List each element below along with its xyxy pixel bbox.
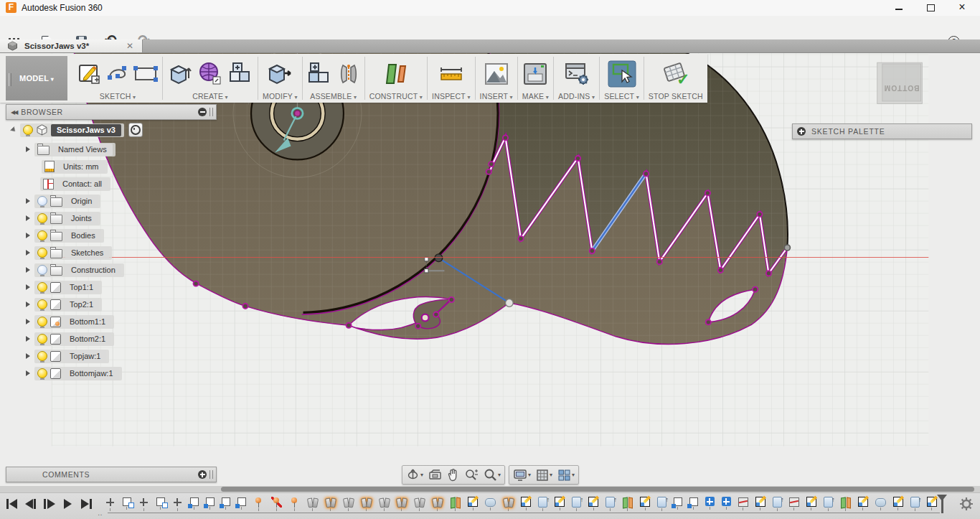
timeline-feature[interactable] (705, 497, 715, 511)
view-cube[interactable]: BOTTOM (877, 62, 923, 103)
timeline-feature[interactable] (738, 497, 748, 511)
measure-icon[interactable] (438, 65, 464, 83)
stop-sketch-icon[interactable]: ✓ (661, 61, 690, 87)
browser-item-bodies[interactable]: Bodies (26, 228, 104, 243)
horizontal-scrollbar[interactable] (0, 486, 980, 492)
timeline-feature[interactable] (824, 497, 833, 511)
timeline-feature[interactable] (858, 497, 868, 511)
maximize-button[interactable] (918, 0, 943, 16)
timeline-feature[interactable] (674, 497, 682, 511)
addins-icon[interactable] (565, 62, 589, 85)
timeline-features[interactable] (105, 497, 937, 511)
expander-icon[interactable] (10, 126, 17, 134)
ribbon-group-label[interactable]: CONSTRUCT (369, 92, 423, 100)
browser-item-bottomjaw[interactable]: Bottomjaw:1 (26, 366, 122, 380)
expander-icon[interactable] (26, 146, 30, 152)
timeline-feature[interactable] (396, 497, 407, 511)
expander-icon[interactable] (26, 370, 30, 376)
pan-icon[interactable] (447, 468, 459, 482)
visibility-bulb-icon[interactable] (37, 299, 47, 309)
browser-item-top1[interactable]: Top1:1 (26, 280, 102, 294)
timeline-feature[interactable] (572, 497, 581, 511)
ribbon-group-label[interactable]: SKETCH (100, 92, 136, 100)
browser-item-top2[interactable]: Top2:1 (26, 297, 102, 312)
timeline-feature[interactable] (789, 497, 799, 511)
visibility-bulb-icon[interactable] (37, 213, 47, 223)
create-sketch-icon[interactable] (77, 62, 102, 86)
browser-item-topjaw[interactable]: Topjaw:1 (26, 349, 109, 363)
step-forward-icon[interactable] (43, 498, 55, 510)
ribbon-group-label[interactable]: ASSEMBLE (310, 92, 357, 100)
expander-icon[interactable] (26, 319, 30, 324)
minimize-button[interactable] (887, 0, 911, 16)
look-at-icon[interactable] (428, 469, 442, 481)
visibility-bulb-icon[interactable] (37, 265, 47, 275)
timeline-feature[interactable] (343, 497, 354, 511)
grid-settings-icon[interactable]: ▾ (536, 469, 552, 482)
select-icon[interactable] (608, 60, 636, 88)
ribbon-group-label[interactable]: ADD-INS (558, 92, 595, 100)
expander-icon[interactable] (26, 198, 30, 204)
viewports-icon[interactable]: ▾ (557, 469, 575, 482)
timeline-feature[interactable] (289, 497, 300, 511)
display-settings-icon[interactable]: ▾ (513, 469, 531, 482)
comments-expand-icon[interactable] (198, 470, 207, 479)
browser-item-root[interactable]: ScissorJaws v3 (11, 123, 143, 137)
expander-icon[interactable] (26, 267, 30, 273)
close-button[interactable]: × (950, 0, 974, 16)
browser-item-units[interactable]: Units: mm (42, 159, 108, 174)
skip-to-end-icon[interactable] (80, 498, 93, 510)
play-icon[interactable] (62, 498, 74, 510)
visibility-bulb-icon[interactable] (37, 248, 47, 258)
timeline-feature[interactable] (806, 497, 816, 511)
timeline-feature[interactable] (927, 497, 937, 511)
visibility-bulb-icon[interactable] (37, 230, 47, 240)
timeline-feature[interactable] (237, 497, 246, 511)
tab-close-icon[interactable]: ✕ (126, 41, 133, 51)
timeline-feature[interactable] (206, 497, 215, 511)
timeline-feature[interactable] (172, 497, 183, 511)
collapse-browser-icon[interactable]: ◀◀ (11, 109, 17, 116)
palette-expand-icon[interactable] (797, 127, 806, 136)
skip-to-start-icon[interactable] (6, 498, 18, 510)
new-component-icon[interactable] (307, 62, 333, 86)
timeline-feature[interactable] (307, 497, 318, 511)
expander-icon[interactable] (26, 250, 30, 256)
orbit-icon[interactable]: ▾ (406, 468, 423, 482)
timeline-feature[interactable] (640, 497, 650, 511)
timeline-feature[interactable] (773, 497, 782, 511)
timeline-feature[interactable] (875, 497, 886, 511)
ribbon-group-label[interactable]: MAKE (522, 92, 549, 100)
ribbon-group-label[interactable]: CREATE (192, 92, 228, 100)
timeline-feature[interactable] (555, 497, 565, 511)
rectangle-icon[interactable] (133, 65, 158, 83)
timeline-feature[interactable] (325, 497, 336, 511)
document-tab[interactable]: ScissorJaws v3* ✕ (0, 39, 143, 52)
timeline-gear-icon[interactable] (960, 497, 973, 510)
timeline-feature[interactable] (414, 497, 425, 511)
ribbon-group-label[interactable]: INSPECT (432, 92, 471, 100)
browser-item-bottom1[interactable]: Bottom1:1 (26, 314, 114, 329)
timeline-feature[interactable] (138, 497, 149, 511)
timeline-feature[interactable] (379, 497, 390, 511)
timeline-feature[interactable] (468, 497, 478, 511)
timeline-feature[interactable] (361, 497, 372, 511)
zoom-window-icon[interactable]: ▾ (484, 468, 501, 482)
timeline-feature[interactable] (271, 497, 282, 511)
insert-image-icon[interactable] (484, 62, 509, 85)
timeline-feature[interactable] (606, 497, 615, 511)
sketch-palette-header[interactable]: SKETCH PALETTE (792, 123, 972, 139)
workspace-switcher[interactable]: MODEL (6, 56, 67, 100)
timeline-feature[interactable] (538, 497, 547, 511)
timeline-feature[interactable] (755, 497, 765, 511)
zoom-icon[interactable] (464, 468, 479, 482)
timeline-feature[interactable] (689, 497, 698, 511)
timeline-feature[interactable] (503, 497, 514, 511)
timeline-feature[interactable] (485, 497, 496, 511)
visibility-bulb-icon[interactable] (37, 282, 47, 292)
timeline-feature[interactable] (123, 497, 131, 511)
visibility-bulb-icon[interactable] (37, 334, 47, 344)
timeline-feature[interactable] (893, 497, 903, 511)
timeline-feature[interactable] (840, 497, 851, 511)
ribbon-group-label[interactable]: MODIFY (263, 92, 298, 100)
